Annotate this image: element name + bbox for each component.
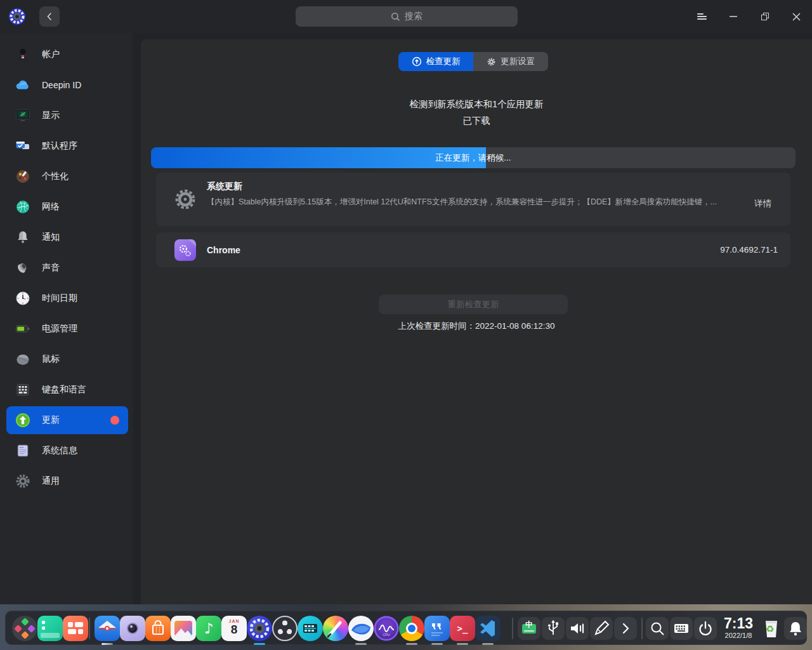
menu-icon[interactable] xyxy=(691,6,712,27)
dock-music[interactable]: ♪ xyxy=(196,616,221,641)
sidebar-item-network[interactable]: 网络 xyxy=(0,192,133,222)
sidebar-item-keyboard-language[interactable]: 键盘和语言 xyxy=(0,375,133,405)
dock-krita[interactable] xyxy=(323,616,348,641)
update-arrow-icon xyxy=(15,412,31,428)
ime-label: 中 xyxy=(525,620,533,630)
dock-chrome[interactable] xyxy=(399,616,424,641)
sidebar-item-label: 电源管理 xyxy=(42,323,77,335)
dock-show-desktop[interactable] xyxy=(37,616,63,641)
recycle-icon: ♻ xyxy=(766,623,774,635)
progress-label: 正在更新，请稍候... xyxy=(151,147,796,168)
tab-update-settings[interactable]: 更新设置 xyxy=(473,52,548,71)
dock-camera[interactable] xyxy=(120,616,145,641)
clock-icon xyxy=(15,290,31,307)
sidebar-item-mouse[interactable]: 鼠标 xyxy=(0,344,133,375)
search-input[interactable]: 搜索 xyxy=(296,6,518,27)
sidebar-item-default-apps[interactable]: 默认程序 xyxy=(0,131,133,161)
last-check-time: 上次检查更新时间：2022-01-08 06:12:30 xyxy=(141,321,812,332)
close-icon[interactable] xyxy=(786,6,806,27)
dock-multitasking[interactable] xyxy=(63,616,88,641)
dock-obs[interactable] xyxy=(272,616,298,641)
restore-icon[interactable] xyxy=(755,6,775,27)
network-globe-icon xyxy=(15,199,31,215)
clock-date: 2022/1/8 xyxy=(716,632,761,640)
clock-time: 7:13 xyxy=(716,615,761,632)
tray-search-icon[interactable] xyxy=(646,617,669,640)
launcher-diamond xyxy=(14,625,22,633)
tray-keyboard-icon[interactable] xyxy=(670,617,693,640)
update-status-line2: 已下载 xyxy=(141,115,812,127)
dock-browser[interactable] xyxy=(348,616,374,641)
dock-system-monitor[interactable]: CPU xyxy=(374,616,399,641)
dock-launcher[interactable] xyxy=(12,616,37,641)
cloud-icon xyxy=(15,77,31,93)
sidebar-item-sound[interactable]: 声音 xyxy=(0,253,133,283)
dock-app-store[interactable] xyxy=(145,616,171,641)
tab-label: 检查更新 xyxy=(426,56,461,67)
sidebar-item-label: 显示 xyxy=(42,110,60,121)
tab-label: 更新设置 xyxy=(501,56,535,67)
tray-expand-icon[interactable] xyxy=(614,617,637,640)
dock-vscode[interactable] xyxy=(475,616,501,641)
sidebar-item-label: 系统信息 xyxy=(42,445,77,456)
dock-clock[interactable]: 7:13 2022/1/8 xyxy=(716,615,761,643)
keyboard-icon xyxy=(15,381,31,398)
tab-group: 检查更新 更新设置 xyxy=(398,52,548,71)
update-progress-bar: 正在更新，请稍候... xyxy=(151,147,796,168)
arrow-up-circle-icon xyxy=(412,56,422,67)
sidebar-item-notifications[interactable]: 通知 xyxy=(0,222,133,253)
sidebar-item-label: 更新 xyxy=(42,415,60,426)
dock-terminal[interactable]: >_ xyxy=(450,616,475,641)
file-manager-pin xyxy=(105,626,110,631)
sidebar-item-label: 网络 xyxy=(42,201,60,213)
dock-indicator xyxy=(102,643,113,645)
sidebar-item-time-date[interactable]: 时间日期 xyxy=(0,283,133,314)
sidebar: 帐户 Deepin ID 显示 默认程序 个性化 网络 通知 声 xyxy=(0,33,133,604)
tray-notification-bell[interactable] xyxy=(784,617,807,640)
dock-image-viewer[interactable] xyxy=(171,616,196,641)
tray-volume-icon[interactable] xyxy=(566,617,589,640)
update-item-system[interactable]: 系统更新 【内核】Stable内核升级到5.15版本，增强对Intel 12代U… xyxy=(156,173,790,226)
sidebar-item-general[interactable]: 通用 xyxy=(0,466,133,496)
gear-icon xyxy=(487,57,496,67)
sidebar-item-display[interactable]: 显示 xyxy=(0,100,133,131)
details-link[interactable]: 详情 xyxy=(754,198,771,209)
search-icon xyxy=(391,12,400,22)
minimize-icon[interactable] xyxy=(723,6,743,27)
personalization-icon xyxy=(15,168,31,185)
update-item-chrome[interactable]: Chrome 97.0.4692.71-1 xyxy=(156,232,790,267)
dock-control-center[interactable] xyxy=(247,616,272,641)
tray-screenshot-icon[interactable] xyxy=(590,617,613,640)
multitask-block xyxy=(68,629,76,634)
update-item-name: Chrome xyxy=(207,232,240,267)
dock-indicator xyxy=(431,643,443,645)
sidebar-item-label: 个性化 xyxy=(42,171,69,182)
dock-file-manager[interactable] xyxy=(95,616,120,641)
sidebar-item-power[interactable]: 电源管理 xyxy=(0,314,133,344)
back-button[interactable] xyxy=(39,6,60,27)
camera-lens xyxy=(127,623,138,634)
sidebar-item-personalization[interactable]: 个性化 xyxy=(0,161,133,192)
recheck-updates-button[interactable]: 重新检查更新 xyxy=(379,295,568,314)
launcher-diamond xyxy=(21,631,29,639)
tray-input-method[interactable]: 中 xyxy=(518,617,540,640)
dock-text-editor[interactable] xyxy=(424,616,450,641)
system-info-icon xyxy=(15,442,31,459)
sidebar-item-deepin-id[interactable]: Deepin ID xyxy=(0,70,133,100)
tray-power-icon[interactable] xyxy=(694,617,717,640)
sidebar-item-label: 通用 xyxy=(42,475,60,487)
launcher-diamond xyxy=(21,618,29,626)
sidebar-item-updates[interactable]: 更新 xyxy=(0,405,133,435)
sidebar-item-accounts[interactable]: 帐户 xyxy=(0,39,133,70)
tray-usb-icon[interactable] xyxy=(542,617,565,640)
dock-calendar[interactable]: JAN 8 xyxy=(221,616,247,641)
dock-indicator-active xyxy=(254,643,265,645)
image-thumbnail xyxy=(174,621,192,636)
search-placeholder: 搜索 xyxy=(405,11,422,22)
dock-movie-editor[interactable] xyxy=(298,616,323,641)
gear-icon xyxy=(173,187,197,211)
sidebar-item-system-info[interactable]: 系统信息 xyxy=(0,435,133,466)
tab-check-updates[interactable]: 检查更新 xyxy=(398,52,473,71)
desktop-bar xyxy=(41,633,60,638)
dock-trash[interactable]: ♻ xyxy=(760,616,783,641)
